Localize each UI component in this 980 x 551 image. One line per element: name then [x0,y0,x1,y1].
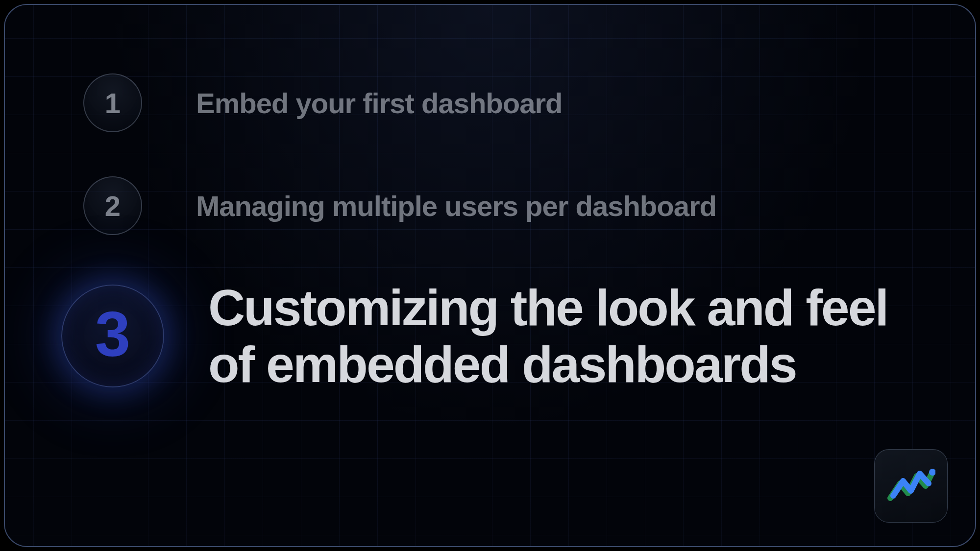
step-1: 1 Embed your first dashboard [83,73,916,132]
step-label: Managing multiple users per dashboard [196,190,716,222]
step-3-active: 3 Customizing the look and feel of embed… [83,279,916,393]
step-badge-1: 1 [83,73,142,132]
step-number: 3 [95,302,130,366]
step-label: Embed your first dashboard [196,87,562,120]
step-number: 1 [105,87,121,120]
step-badge-2: 2 [83,176,142,235]
chart-line-icon [886,466,935,505]
step-label-active: Customizing the look and feel of embedde… [208,279,904,393]
step-2: 2 Managing multiple users per dashboard [83,176,916,235]
slide-frame: 1 Embed your first dashboard 2 Managing … [4,4,976,547]
step-number: 2 [105,190,121,222]
logo-card [874,449,948,523]
step-badge-3-active: 3 [61,285,164,387]
steps-list: 1 Embed your first dashboard 2 Managing … [5,5,975,546]
